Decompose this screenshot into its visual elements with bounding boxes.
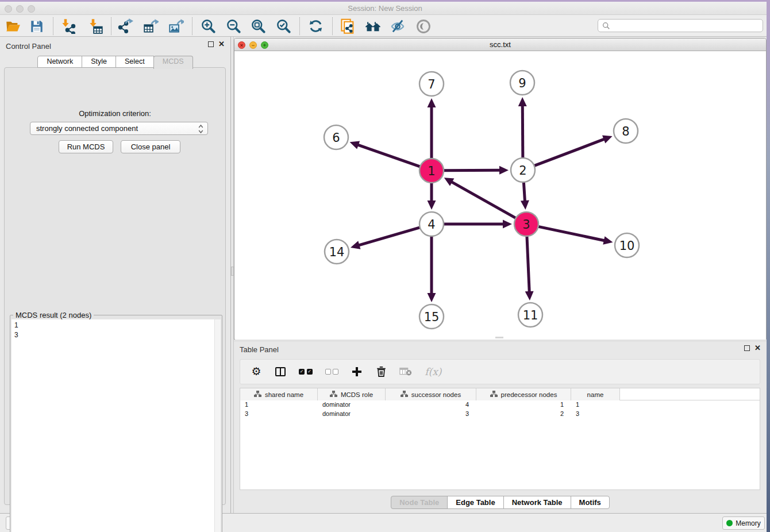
edge-2-9[interactable] bbox=[522, 106, 523, 159]
toolbar-separator bbox=[299, 17, 300, 35]
tab-edge-table[interactable]: Edge Table bbox=[447, 496, 503, 509]
show-graphics-details-icon[interactable] bbox=[415, 18, 432, 34]
select-all-icon[interactable]: ✓ ✓ bbox=[299, 365, 313, 379]
edge-arrow-3-11 bbox=[525, 291, 534, 300]
table-tabs: Node TableEdge TableNetwork TableMotifs bbox=[234, 496, 767, 509]
hierarchy-icon bbox=[254, 391, 261, 399]
tab-node-table[interactable]: Node Table bbox=[391, 496, 448, 509]
close-table-panel-icon[interactable]: ✕ bbox=[754, 345, 761, 351]
select-stepper-icon bbox=[198, 124, 203, 137]
table-cell[interactable]: dominator bbox=[318, 400, 386, 410]
edge-3-1[interactable] bbox=[452, 182, 517, 219]
edge-arrow-4-3 bbox=[503, 220, 512, 229]
edge-arrow-2-9 bbox=[518, 97, 527, 106]
mcds-result-title: MCDS result (2 nodes) bbox=[13, 311, 94, 319]
import-table-icon[interactable] bbox=[87, 18, 103, 34]
open-session-icon[interactable] bbox=[5, 18, 21, 34]
add-column-icon[interactable] bbox=[351, 365, 363, 379]
network-canvas[interactable]: 7968124314101511 bbox=[235, 51, 766, 340]
tab-motifs[interactable]: Motifs bbox=[571, 496, 610, 509]
hide-graphics-details-icon[interactable] bbox=[390, 18, 406, 34]
zoom-selected-icon[interactable] bbox=[275, 18, 291, 34]
float-table-panel-icon[interactable] bbox=[744, 345, 750, 351]
zoom-fit-icon[interactable] bbox=[250, 18, 266, 34]
export-table-icon[interactable] bbox=[143, 18, 159, 34]
table-cell[interactable]: 2 bbox=[476, 410, 571, 419]
network-window-titlebar[interactable]: × − + scc.txt bbox=[234, 38, 766, 51]
graph-node-label-8: 8 bbox=[622, 125, 629, 138]
mcds-result-textarea[interactable]: 1 3 bbox=[11, 319, 221, 532]
search-input[interactable] bbox=[598, 19, 763, 32]
criterion-value: strongly connected component bbox=[36, 124, 138, 133]
graph-node-label-2: 2 bbox=[519, 164, 526, 178]
main-toolbar bbox=[0, 15, 770, 37]
control-panel: Control Panel ✕ NetworkStyleSelectMCDS O… bbox=[0, 37, 230, 513]
zoom-out-icon[interactable] bbox=[225, 18, 241, 34]
edge-arrow-1-6 bbox=[350, 141, 360, 149]
graph-node-label-10: 10 bbox=[619, 239, 635, 253]
table-cell[interactable]: 1 bbox=[240, 400, 318, 410]
network-resize-grip[interactable] bbox=[495, 337, 503, 338]
table-cell[interactable]: 1 bbox=[476, 400, 571, 410]
save-session-icon[interactable] bbox=[29, 18, 45, 34]
table-header-row: shared nameMCDS rolesuccessor nodesprede… bbox=[240, 388, 760, 400]
edge-3-10[interactable] bbox=[538, 226, 605, 241]
hierarchy-icon bbox=[330, 391, 337, 399]
network-graph: 7968124314101511 bbox=[235, 51, 766, 340]
close-panel-icon[interactable]: ✕ bbox=[218, 41, 225, 47]
tab-select[interactable]: Select bbox=[116, 56, 154, 68]
column-header-name[interactable]: name bbox=[571, 388, 620, 400]
column-header-MCDS-role[interactable]: MCDS role bbox=[318, 388, 386, 400]
deselect-all-icon[interactable] bbox=[325, 365, 339, 379]
new-network-from-selection-icon[interactable] bbox=[340, 18, 356, 34]
desktop-edge-right bbox=[767, 0, 770, 532]
edge-4-14[interactable] bbox=[359, 228, 420, 245]
float-panel-icon[interactable] bbox=[208, 41, 214, 47]
first-neighbors-icon[interactable] bbox=[365, 18, 381, 34]
table-cell[interactable]: 4 bbox=[386, 400, 476, 410]
show-column-icon[interactable] bbox=[275, 365, 286, 379]
export-image-icon[interactable] bbox=[168, 18, 184, 34]
edge-1-6[interactable] bbox=[358, 145, 421, 167]
graph-node-label-6: 6 bbox=[332, 131, 340, 145]
table-settings-icon[interactable]: ⚙ bbox=[251, 365, 262, 379]
graph-node-label-1: 1 bbox=[428, 164, 435, 178]
edge-3-11[interactable] bbox=[527, 236, 529, 292]
tab-mcds[interactable]: MCDS bbox=[153, 56, 193, 69]
table-row[interactable]: 1dominator411 bbox=[240, 400, 760, 410]
memory-button[interactable]: Memory bbox=[722, 516, 765, 530]
desktop-edge-top bbox=[0, 0, 770, 2]
edge-2-3[interactable] bbox=[523, 182, 525, 201]
delete-table-icon[interactable] bbox=[399, 365, 412, 379]
table-cell[interactable]: 3 bbox=[571, 410, 620, 419]
mcds-result-scrollbar[interactable] bbox=[214, 319, 221, 532]
column-header-shared-name[interactable]: shared name bbox=[240, 388, 318, 400]
refresh-view-icon[interactable] bbox=[307, 18, 324, 34]
criterion-select[interactable]: strongly connected component bbox=[30, 122, 208, 135]
toolbar-separator bbox=[111, 17, 111, 35]
toolbar-separator bbox=[192, 17, 192, 35]
column-header-predecessor-nodes[interactable]: predecessor nodes bbox=[476, 388, 571, 400]
run-mcds-button[interactable]: Run MCDS bbox=[59, 140, 113, 153]
edge-2-8[interactable] bbox=[534, 139, 605, 166]
import-network-icon[interactable] bbox=[60, 18, 76, 34]
edge-1-2[interactable] bbox=[443, 170, 500, 171]
table-cell[interactable]: 3 bbox=[386, 410, 476, 419]
table-panel-title: Table Panel bbox=[240, 345, 279, 354]
zoom-in-icon[interactable] bbox=[200, 18, 216, 34]
edge-arrow-4-15 bbox=[428, 293, 436, 302]
function-builder-icon[interactable]: f(x) bbox=[425, 365, 441, 379]
table-cell[interactable]: 1 bbox=[571, 400, 620, 410]
tab-network-table[interactable]: Network Table bbox=[503, 496, 571, 509]
toolbar-separator bbox=[53, 17, 53, 35]
table-cell[interactable]: 3 bbox=[240, 410, 318, 419]
mcds-result-text: 1 3 bbox=[14, 321, 18, 340]
close-panel-button[interactable]: Close panel bbox=[121, 140, 180, 153]
export-network-icon[interactable] bbox=[117, 18, 133, 34]
column-header-successor-nodes[interactable]: successor nodes bbox=[386, 388, 476, 400]
tab-style[interactable]: Style bbox=[82, 56, 116, 68]
table-cell[interactable]: dominator bbox=[318, 410, 386, 419]
tab-network[interactable]: Network bbox=[37, 56, 82, 68]
delete-column-icon[interactable] bbox=[375, 365, 387, 379]
table-row[interactable]: 3dominator323 bbox=[240, 410, 760, 419]
